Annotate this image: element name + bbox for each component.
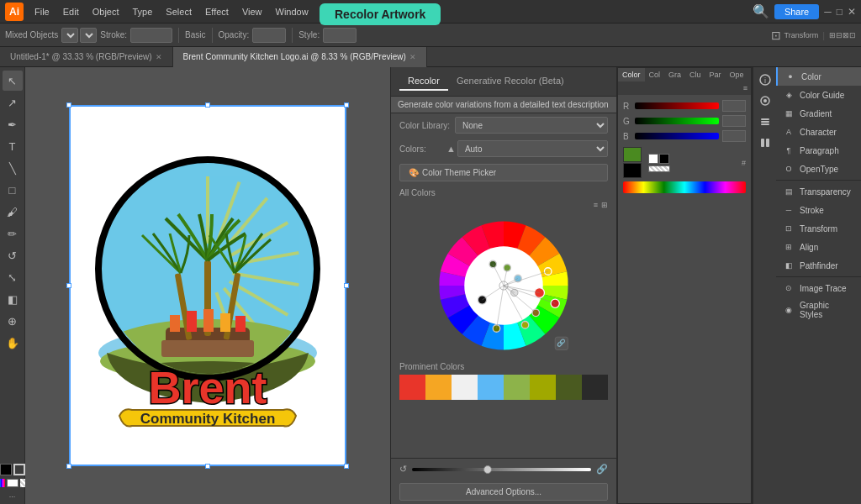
paintbrush-tool[interactable]: 🖌 (3, 202, 23, 222)
panel-color[interactable]: ● Color (776, 67, 861, 86)
tab-brent[interactable]: Brent Community Kitchen Logo.ai @ 8.33 %… (173, 47, 427, 67)
libraries-icon[interactable] (756, 134, 774, 152)
panel-gradient[interactable]: ▦ Gradient (776, 104, 861, 123)
appearance-icon[interactable] (756, 92, 774, 110)
close-icon[interactable]: ✕ (848, 6, 856, 18)
wheel-grid-icon[interactable]: ⊞ (601, 201, 608, 209)
minimize-icon[interactable]: ─ (824, 6, 832, 18)
color-library-select[interactable]: None (455, 117, 608, 134)
panel-character[interactable]: A Character (776, 123, 861, 141)
tab-generative[interactable]: Generative Recolor (Beta) (448, 72, 573, 91)
brightness-thumb[interactable] (483, 465, 492, 474)
pen-tool[interactable]: ✒ (3, 114, 23, 134)
tab-brent-close[interactable]: ✕ (409, 53, 416, 61)
menu-effect[interactable]: Effect (199, 4, 235, 19)
panel-stroke[interactable]: ─ Stroke (776, 201, 861, 219)
swatch-4[interactable] (504, 375, 530, 400)
rotate-tool[interactable]: ↺ (3, 245, 23, 265)
cp-tab-color[interactable]: Color (618, 68, 645, 81)
maximize-icon[interactable]: □ (837, 6, 843, 18)
panel-graphic-styles[interactable]: ◉ Graphic Styles (776, 297, 861, 323)
pencil-tool[interactable]: ✏ (3, 223, 23, 244)
handle-bm[interactable] (205, 464, 210, 469)
swatch-7[interactable] (582, 375, 608, 400)
panel-color-guide[interactable]: ◈ Color Guide (776, 86, 861, 104)
r-slider[interactable] (635, 102, 719, 109)
hand-tool[interactable]: ✋ (3, 333, 23, 353)
properties-icon[interactable]: i (756, 71, 774, 89)
colors-up-icon[interactable]: ▲ (446, 144, 456, 154)
panel-pathfinder[interactable]: ◧ Pathfinder (776, 256, 861, 275)
scale-tool[interactable]: ⤡ (3, 267, 23, 287)
opacity-input[interactable] (252, 28, 286, 43)
advanced-options-button[interactable]: Advanced Options... (399, 483, 608, 501)
swatch-5[interactable] (530, 375, 556, 400)
panel-transform[interactable]: ⊡ Transform (776, 219, 861, 238)
b-slider[interactable] (635, 133, 719, 139)
rect-tool[interactable]: □ (3, 180, 23, 200)
panel-align[interactable]: ⊞ Align (776, 238, 861, 256)
search-icon[interactable]: 🔍 (753, 3, 769, 19)
wheel-settings-icon[interactable]: ≡ (594, 201, 598, 209)
fill-color[interactable] (0, 464, 12, 475)
black-box[interactable] (659, 154, 669, 164)
swatch-2[interactable] (452, 375, 478, 400)
handle-br[interactable] (344, 464, 349, 469)
active-color-box[interactable] (623, 147, 642, 162)
r-value[interactable] (722, 100, 746, 112)
transform-icon[interactable]: ⊡ (771, 29, 781, 42)
tab-untitled[interactable]: Untitled-1* @ 33.33 % (RGB/Preview) ✕ (0, 47, 173, 67)
rainbow-bar[interactable] (623, 181, 746, 193)
swatch-6[interactable] (556, 375, 582, 400)
cp-tab-gra[interactable]: Gra (664, 68, 685, 81)
handle-tm[interactable] (205, 102, 210, 108)
share-button[interactable]: Share (774, 4, 819, 19)
handle-tl[interactable] (66, 102, 71, 108)
cp-menu-icon[interactable]: ≡ (740, 81, 751, 95)
handle-tr[interactable] (344, 102, 349, 108)
panel-image-trace[interactable]: ⊙ Image Trace (776, 279, 861, 297)
handle-rm[interactable] (344, 283, 349, 288)
bg-color-box[interactable] (623, 163, 642, 178)
cp-hash-icon[interactable]: # (742, 159, 746, 167)
selection-mode-select[interactable] (61, 28, 78, 43)
brightness-slider[interactable] (412, 468, 591, 471)
none-box[interactable] (648, 165, 670, 172)
g-value[interactable] (722, 115, 746, 127)
select-tool[interactable]: ↖ (3, 71, 23, 91)
panel-opentype[interactable]: O OpenType (776, 160, 861, 178)
swatch-3[interactable] (478, 375, 504, 400)
menu-object[interactable]: Object (87, 4, 125, 19)
tool-option-select[interactable] (80, 28, 97, 43)
swatch-1[interactable] (425, 375, 452, 400)
menu-edit[interactable]: Edit (57, 4, 85, 19)
menu-type[interactable]: Type (127, 4, 159, 19)
gradient-tool[interactable]: ◧ (3, 289, 23, 309)
menu-view[interactable]: View (236, 4, 268, 19)
cp-tab-ope[interactable]: Ope (726, 68, 748, 81)
style-input[interactable] (323, 28, 357, 43)
menu-file[interactable]: File (29, 4, 55, 19)
handle-lm[interactable] (66, 283, 71, 288)
menu-window[interactable]: Window (270, 4, 314, 19)
color-theme-picker-button[interactable]: 🎨 Color Theme Picker (399, 164, 608, 181)
link-icon[interactable]: 🔗 (596, 464, 608, 475)
stroke-input[interactable] (130, 28, 172, 43)
tab-untitled-close[interactable]: ✕ (156, 53, 162, 61)
cp-tab-par[interactable]: Par (705, 68, 726, 81)
line-tool[interactable]: ╲ (3, 158, 23, 178)
colors-select[interactable]: Auto (457, 140, 608, 157)
menu-select[interactable]: Select (160, 4, 198, 19)
more-tools[interactable]: ··· (9, 492, 16, 501)
arrange-icons[interactable]: ⊞⊟⊠⊡ (829, 31, 856, 39)
handle-bl[interactable] (66, 464, 71, 469)
direct-select-tool[interactable]: ↗ (3, 92, 23, 113)
g-slider[interactable] (635, 118, 719, 124)
cp-tab-clu[interactable]: Clu (685, 68, 705, 81)
zoom-tool[interactable]: ⊕ (3, 311, 23, 331)
b-value[interactable] (722, 130, 746, 142)
cp-tab-col[interactable]: Col (645, 68, 665, 81)
stroke-color[interactable] (13, 464, 25, 475)
swatch-0[interactable] (399, 375, 425, 400)
white-mode[interactable] (7, 479, 18, 487)
